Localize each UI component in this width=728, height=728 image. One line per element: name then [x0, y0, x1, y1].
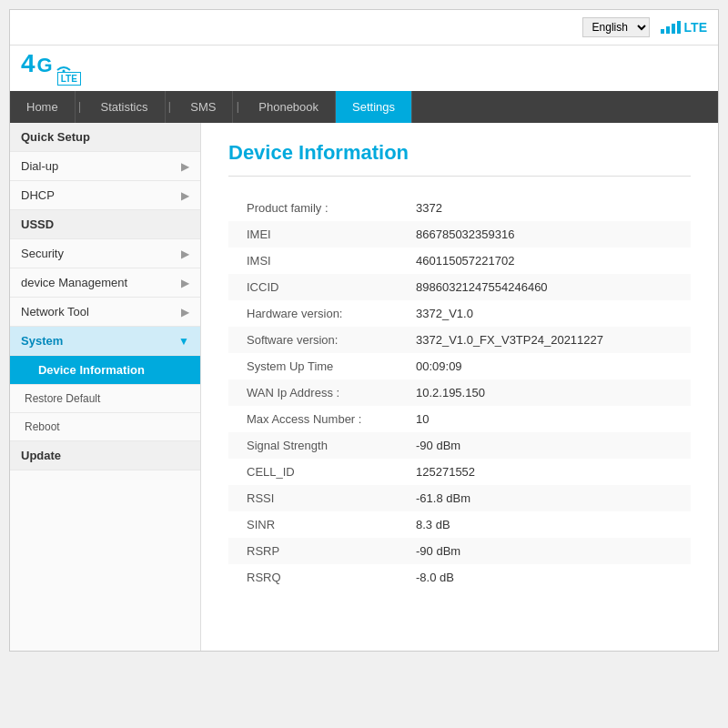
sidebar-item-restore-default[interactable]: Restore Default [10, 385, 200, 413]
field-value: 3372_V1.0 [410, 300, 691, 327]
field-value: -61.8 dBm [410, 485, 691, 511]
nav-home[interactable]: Home [10, 91, 76, 123]
table-row: Max Access Number :10 [228, 406, 691, 432]
nav-bar: Home | Statistics | SMS | Phonebook Sett… [10, 91, 718, 123]
signal-bar-3 [672, 24, 675, 34]
sidebar: Quick Setup Dial-up ▶ DHCP ▶ USSD Securi… [10, 123, 201, 651]
table-row: System Up Time00:09:09 [228, 353, 691, 379]
nav-settings[interactable]: Settings [336, 91, 412, 123]
field-label: WAN Ip Address : [228, 379, 410, 406]
nav-sep-2: | [166, 91, 175, 123]
field-label: RSSI [228, 485, 410, 511]
logo-g: G [37, 56, 53, 76]
field-label: Software version: [228, 327, 410, 353]
wifi-arc-icon [56, 63, 72, 72]
table-row: WAN Ip Address :10.2.195.150 [228, 379, 691, 406]
sidebar-item-reboot[interactable]: Reboot [10, 413, 200, 441]
signal-bar-4 [677, 21, 681, 34]
field-value: -8.0 dB [410, 564, 691, 591]
language-select[interactable]: English [582, 17, 650, 37]
signal-bar-1 [661, 29, 664, 34]
main-layout: Quick Setup Dial-up ▶ DHCP ▶ USSD Securi… [10, 123, 718, 651]
nav-statistics[interactable]: Statistics [84, 91, 165, 123]
field-value: 00:09:09 [410, 353, 691, 379]
field-label: Signal Strength [228, 432, 410, 459]
chevron-right-icon: ▶ [181, 160, 189, 173]
field-value: 125271552 [410, 459, 691, 485]
sidebar-item-device-management[interactable]: device Management ▶ [10, 268, 200, 298]
field-label: System Up Time [228, 353, 410, 379]
field-label: CELL_ID [228, 459, 410, 485]
chevron-right-icon: ▶ [181, 306, 189, 318]
field-value: 460115057221702 [410, 248, 691, 274]
sidebar-item-security[interactable]: Security ▶ [10, 239, 200, 268]
signal-bar-2 [666, 26, 670, 34]
chevron-down-icon: ▼ [178, 335, 189, 348]
field-value: 3372_V1.0_FX_V3TP24_20211227 [410, 327, 691, 353]
nav-sms[interactable]: SMS [174, 91, 233, 123]
field-label: Hardware version: [228, 300, 410, 327]
field-value: -90 dBm [410, 538, 691, 564]
chevron-right-icon: ▶ [181, 277, 189, 289]
table-row: RSRQ-8.0 dB [228, 564, 691, 591]
table-row: Software version:3372_V1.0_FX_V3TP24_202… [228, 327, 691, 353]
sidebar-item-device-information[interactable]: ►Device Information [10, 356, 200, 385]
sidebar-item-dhcp[interactable]: DHCP ▶ [10, 181, 200, 210]
logo: 4 G LTE [21, 51, 81, 86]
field-label: IMSI [228, 248, 410, 274]
table-row: SINR8.3 dB [228, 511, 691, 538]
sidebar-item-network-tool[interactable]: Network Tool ▶ [10, 298, 200, 327]
sidebar-item-update[interactable]: Update [10, 441, 200, 470]
device-info-table: Product family :3372IMEI866785032359316I… [228, 195, 691, 591]
top-bar: English LTE [10, 10, 718, 46]
table-row: Signal Strength-90 dBm [228, 432, 691, 459]
sidebar-item-ussd[interactable]: USSD [10, 210, 200, 239]
field-value: 8.3 dB [410, 511, 691, 538]
table-row: RSSI-61.8 dBm [228, 485, 691, 511]
field-label: ICCID [228, 274, 410, 300]
table-row: Product family :3372 [228, 195, 691, 221]
table-row: Hardware version:3372_V1.0 [228, 300, 691, 327]
signal-bars-icon [661, 21, 681, 34]
field-label: IMEI [228, 221, 410, 248]
logo-4: 4 [21, 51, 35, 76]
nav-sep-3: | [233, 91, 242, 123]
chevron-right-icon: ▶ [181, 189, 189, 202]
table-row: IMSI460115057221702 [228, 248, 691, 274]
page-title: Device Information [228, 141, 691, 177]
logo-lte-tag: LTE [57, 72, 81, 86]
field-label: Product family : [228, 195, 410, 221]
logo-bar: 4 G LTE [10, 46, 718, 91]
field-value: 10 [410, 406, 691, 432]
table-row: IMEI866785032359316 [228, 221, 691, 248]
chevron-right-icon: ▶ [181, 248, 189, 260]
field-label: RSRP [228, 538, 410, 564]
field-value: 10.2.195.150 [410, 379, 691, 406]
field-value: 3372 [410, 195, 691, 221]
content-area: Device Information Product family :3372I… [201, 123, 718, 651]
sidebar-item-quick-setup[interactable]: Quick Setup [10, 123, 200, 152]
field-value: -90 dBm [410, 432, 691, 459]
nav-phonebook[interactable]: Phonebook [242, 91, 336, 123]
field-value: 866785032359316 [410, 221, 691, 248]
nav-sep-1: | [76, 91, 85, 123]
table-row: CELL_ID125271552 [228, 459, 691, 485]
field-label: Max Access Number : [228, 406, 410, 432]
signal-area: LTE [661, 20, 707, 35]
field-value: 89860321247554246460 [410, 274, 691, 300]
sidebar-item-system[interactable]: System ▼ [10, 327, 200, 356]
table-row: ICCID89860321247554246460 [228, 274, 691, 300]
lte-label: LTE [684, 20, 707, 35]
sidebar-item-dial-up[interactable]: Dial-up ▶ [10, 152, 200, 181]
table-row: RSRP-90 dBm [228, 538, 691, 564]
arrow-right-icon: ► [25, 365, 35, 376]
field-label: RSRQ [228, 564, 410, 591]
field-label: SINR [228, 511, 410, 538]
